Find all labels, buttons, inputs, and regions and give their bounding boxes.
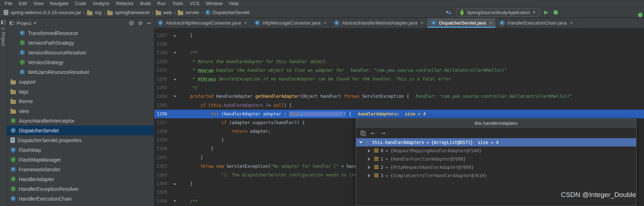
code-line[interactable]: 1292 * @throws ServletException if no Ha… (154, 75, 644, 83)
settings-gear-icon[interactable]: ⚙ (138, 21, 143, 26)
editor-tab[interactable]: AbstractHttpMessageConverter.java× (154, 18, 251, 28)
code-line[interactable]: 1288 (154, 40, 644, 48)
chevron-down-icon[interactable] (34, 22, 36, 26)
line-number[interactable]: 1300 (154, 144, 170, 153)
line-number[interactable]: 1290 (154, 57, 170, 66)
fold-down-icon[interactable] (173, 52, 176, 54)
line-number[interactable]: 1305 (154, 188, 170, 197)
breadcrumb-item[interactable]: DispatcherServlet (205, 10, 250, 15)
project-tree-item[interactable]: theme (7, 96, 154, 106)
breadcrumb-item[interactable]: servlet (178, 10, 199, 15)
project-tree-item[interactable]: VersionStrategy (7, 57, 154, 67)
editor-tab[interactable]: AbstractHandlerMethodAdapter.java× (330, 18, 427, 28)
back-icon[interactable]: ← (371, 130, 375, 136)
project-tool-window-icon[interactable] (1, 21, 5, 24)
line-number[interactable]: 1296 (154, 110, 170, 118)
project-tree-item[interactable]: HandlerExecutionChain (7, 194, 154, 203)
close-tab-icon[interactable]: × (570, 20, 573, 26)
project-tree-item[interactable]: HandlerAdapter (7, 174, 154, 184)
line-number[interactable]: 1289 (154, 48, 170, 57)
fold-down-icon[interactable] (173, 96, 176, 97)
menu-item-tools[interactable]: Tools (169, 0, 186, 7)
chevron-right-icon[interactable] (368, 174, 372, 177)
line-number[interactable]: 1304 (154, 179, 170, 188)
hotswap-icon[interactable] (446, 10, 451, 15)
hide-panel-icon[interactable] (147, 23, 151, 23)
close-tab-icon[interactable]: × (324, 20, 327, 26)
debug-button[interactable] (553, 10, 558, 15)
menu-item-view[interactable]: View (30, 0, 47, 7)
line-number[interactable]: 1301 (154, 153, 170, 162)
coverage-button[interactable] (638, 13, 643, 17)
breadcrumb-item[interactable]: org (87, 10, 101, 15)
project-tree-item[interactable]: DispatcherServlet (7, 126, 154, 135)
menu-item-edit[interactable]: Edit (16, 0, 30, 7)
line-number[interactable]: 1287 (154, 31, 170, 40)
project-stripe-label[interactable]: 1: Project (1, 27, 6, 46)
close-tab-icon[interactable]: × (489, 20, 492, 26)
project-tree-item[interactable]: VersionPathStrategy (7, 38, 154, 48)
close-tab-icon[interactable]: × (244, 20, 247, 26)
breadcrumb-item[interactable]: spring-webmvc-5.3.16-sources.jar (4, 10, 81, 15)
breadcrumb-item[interactable]: web (156, 10, 172, 15)
line-number[interactable]: 1293 (154, 83, 170, 92)
code-line[interactable]: 1293 */ (154, 83, 644, 92)
line-number[interactable]: 1291 (154, 66, 170, 75)
line-number[interactable]: 1303 (154, 171, 170, 179)
line-number[interactable]: 1294 (154, 92, 170, 101)
chevron-down-icon[interactable] (359, 141, 363, 145)
line-number[interactable]: 1306 (154, 197, 170, 206)
menu-item-run[interactable]: Run (154, 0, 169, 7)
variable-row[interactable]: this.handlerAdapters={ArrayList@6571}siz… (356, 138, 636, 146)
project-tree-item[interactable]: view (7, 106, 154, 116)
fold-up-icon[interactable] (173, 183, 176, 185)
line-number[interactable]: 1292 (154, 75, 170, 83)
run-button[interactable] (544, 10, 548, 15)
code-line[interactable]: 1287} (154, 31, 644, 40)
menu-item-window[interactable]: Window (203, 0, 226, 7)
code-line[interactable]: 1289/** (154, 48, 644, 57)
project-tree-item[interactable]: FrameworkServlet (7, 165, 154, 174)
project-tree-item[interactable]: WebJarsResourceResolver (7, 67, 154, 77)
project-panel-title[interactable]: Project (17, 21, 31, 26)
editor-tab[interactable]: HandlerExecutionChain.java× (496, 18, 577, 28)
project-tree-item[interactable]: FlashMapManager (7, 155, 154, 165)
menu-item-build[interactable]: Build (137, 0, 154, 7)
variable-row[interactable]: 2={HttpRequestHandlerAdapter@7609} (356, 163, 636, 171)
project-tree-item[interactable]: HandlerExceptionResolver (7, 184, 154, 194)
menu-item-file[interactable]: File (1, 0, 16, 7)
menu-item-vcs[interactable]: VCS (186, 0, 203, 7)
variable-row[interactable]: 1={HandlerFunctionAdapter@7608} (356, 155, 636, 163)
forward-icon[interactable]: → (381, 130, 385, 136)
code-line[interactable]: 1295if (this.handlerAdapters != null) { (154, 101, 644, 110)
chevron-right-icon[interactable] (368, 166, 372, 169)
code-line[interactable]: 1290 * Return the HandlerAdapter for thi… (154, 57, 644, 66)
menu-item-code[interactable]: Code (72, 0, 90, 7)
line-number[interactable]: 1302 (154, 162, 170, 171)
line-number[interactable]: 1299 (154, 136, 170, 144)
project-tree-item[interactable]: DispatcherServlet.properties (7, 135, 154, 145)
menu-item-analyze[interactable]: Analyze (90, 0, 113, 7)
locate-file-icon[interactable] (129, 21, 134, 25)
line-number[interactable]: 1297 (154, 118, 170, 127)
line-number[interactable]: 1295 (154, 101, 170, 110)
chevron-right-icon[interactable] (368, 149, 372, 153)
menu-item-refactor[interactable]: Refactor (113, 0, 137, 7)
project-tree-item[interactable]: FlashMap (7, 145, 154, 155)
variable-row[interactable]: 3={SimpleControllerHandlerAdapter@7610} (356, 171, 636, 180)
project-tree-item[interactable]: VersionResourceResolver (7, 48, 154, 57)
close-tab-icon[interactable]: × (421, 20, 424, 26)
menu-item-help[interactable]: Help (226, 0, 242, 7)
chevron-right-icon[interactable] (368, 157, 372, 161)
code-line[interactable]: 1291 * @param handler the handler object… (154, 66, 644, 75)
line-number[interactable]: 1288 (154, 40, 170, 48)
breadcrumb-item[interactable]: springframework (107, 10, 150, 15)
project-tree-item[interactable]: tags (7, 87, 154, 96)
editor-tab[interactable]: DispatcherServlet.java× (427, 18, 496, 28)
project-tree-item[interactable]: TransformedResource (7, 28, 154, 38)
fold-down-icon[interactable] (173, 200, 176, 202)
code-line[interactable]: 1296for (HandlerAdapter adapter : this.h… (154, 110, 644, 118)
run-configuration-select[interactable]: SpringSourceStudyApplication (456, 9, 539, 17)
line-number[interactable]: 1298 (154, 127, 170, 136)
editor-tab[interactable]: HttpMessageConverter.java× (251, 18, 330, 28)
